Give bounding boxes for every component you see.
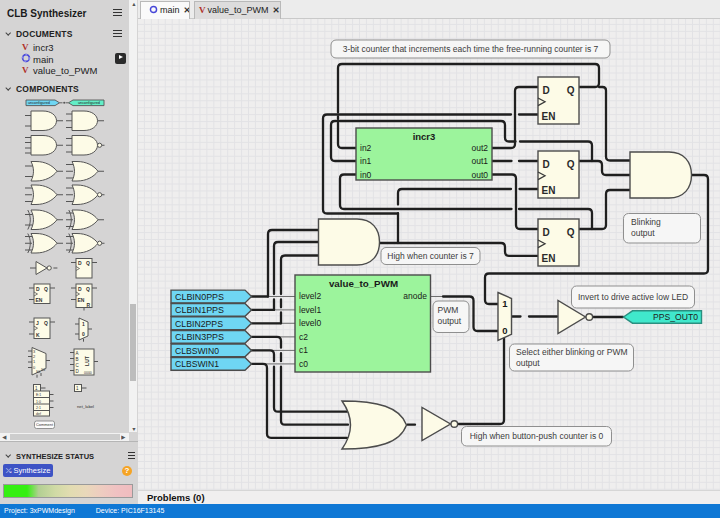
svg-text:1: 1 bbox=[502, 298, 508, 309]
svg-text:PWM: PWM bbox=[438, 305, 459, 315]
svg-text:Comment: Comment bbox=[36, 423, 54, 427]
svg-text:EN: EN bbox=[542, 253, 556, 264]
svg-text:unconfigured: unconfigured bbox=[28, 101, 50, 105]
svg-text:c1: c1 bbox=[299, 345, 308, 355]
svg-text:Invert to drive active low LED: Invert to drive active low LED bbox=[578, 292, 688, 302]
svg-text:output: output bbox=[438, 316, 462, 326]
svg-text:3-bit counter that increments: 3-bit counter that increments each time … bbox=[343, 44, 599, 54]
svg-text:0: 0 bbox=[502, 325, 507, 336]
svg-text:High when button-push counter: High when button-push counter is 0 bbox=[470, 431, 604, 441]
svg-text:def: def bbox=[36, 412, 41, 416]
svg-text:CLBSWIN1: CLBSWIN1 bbox=[175, 359, 219, 369]
svg-text:EN: EN bbox=[542, 111, 556, 122]
svg-text:Q: Q bbox=[567, 227, 575, 238]
svg-text:c0: c0 bbox=[299, 359, 308, 369]
svg-text:1:0: 1:0 bbox=[36, 400, 41, 404]
svg-text:out0: out0 bbox=[471, 170, 488, 180]
svg-text:Q: Q bbox=[567, 85, 575, 96]
svg-text:incr3: incr3 bbox=[413, 131, 436, 142]
svg-text:2:1: 2:1 bbox=[36, 406, 41, 410]
svg-text:CLBIN0PPS: CLBIN0PPS bbox=[175, 292, 224, 302]
svg-text:level1: level1 bbox=[299, 305, 321, 315]
svg-text:PPS_OUT0: PPS_OUT0 bbox=[653, 312, 698, 322]
svg-text:D: D bbox=[543, 227, 550, 238]
svg-text:CLBIN3PPS: CLBIN3PPS bbox=[175, 332, 224, 342]
svg-text:value_to_PWM: value_to_PWM bbox=[329, 278, 398, 289]
svg-text:High when counter is 7: High when counter is 7 bbox=[387, 251, 474, 261]
svg-text:D: D bbox=[543, 85, 550, 96]
svg-text:c2: c2 bbox=[299, 332, 308, 342]
svg-text:anode: anode bbox=[403, 291, 427, 301]
svg-text:EN: EN bbox=[542, 185, 556, 196]
svg-text:D: D bbox=[543, 159, 550, 170]
svg-text:level0: level0 bbox=[299, 318, 321, 328]
svg-text:in2: in2 bbox=[360, 143, 372, 153]
svg-text:E:1: E:1 bbox=[36, 393, 41, 397]
svg-text:Blinking: Blinking bbox=[631, 217, 661, 227]
svg-text:in0: in0 bbox=[360, 170, 372, 180]
svg-text:output: output bbox=[631, 228, 655, 238]
svg-text:CLBIN2PPS: CLBIN2PPS bbox=[175, 319, 223, 329]
svg-text:level2: level2 bbox=[299, 291, 321, 301]
svg-text:Q: Q bbox=[567, 159, 575, 170]
svg-text:CLBSWIN0: CLBSWIN0 bbox=[175, 346, 219, 356]
svg-text:in1: in1 bbox=[360, 156, 372, 166]
svg-text:unconfigured: unconfigured bbox=[78, 101, 100, 105]
svg-text:Select either blinking or PWM: Select either blinking or PWM bbox=[516, 347, 628, 357]
svg-text:out1: out1 bbox=[471, 156, 488, 166]
svg-text:output: output bbox=[516, 358, 540, 368]
svg-text:out2: out2 bbox=[471, 143, 488, 153]
svg-text:CLBIN1PPS: CLBIN1PPS bbox=[175, 305, 224, 315]
svg-text:net_label: net_label bbox=[77, 404, 94, 409]
